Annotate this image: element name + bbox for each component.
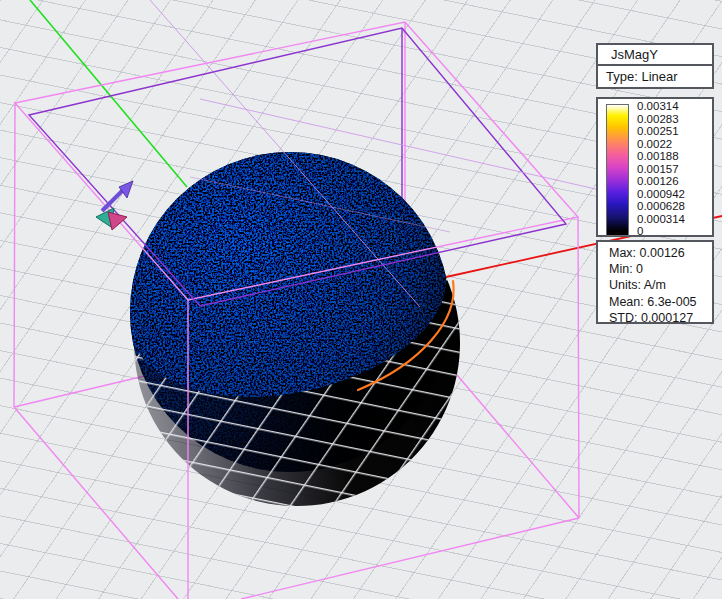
stat-std: STD: 0.000127 xyxy=(609,310,712,326)
legend-title: JsMagY xyxy=(611,47,658,62)
scale-value: 0.00126 xyxy=(637,175,685,188)
scale-value: 0.00251 xyxy=(637,125,685,138)
legend-scale-type: Type: Linear xyxy=(606,69,678,84)
scale-value: 0.00188 xyxy=(637,150,685,163)
scale-value: 0.0022 xyxy=(637,138,685,151)
scale-value: 0.00157 xyxy=(637,163,685,176)
colorbar-gradient xyxy=(606,104,629,236)
stat-mean: Mean: 6.3e-005 xyxy=(609,294,712,310)
arrow-head-icon xyxy=(119,181,133,198)
region-box-bottom-left-edge[interactable] xyxy=(14,407,178,599)
scale-value: 0.00314 xyxy=(637,100,685,113)
stat-units: Units: A/m xyxy=(609,277,712,293)
legend-type-box: Type: Linear xyxy=(596,64,714,89)
legend-title-box: JsMagY xyxy=(596,43,714,66)
color-scale-legend[interactable]: JsMagY Type: Linear 0.00314 0.00283 0.00… xyxy=(596,43,714,324)
y-axis-line xyxy=(30,0,187,187)
legend-scale-box: 0.00314 0.00283 0.00251 0.0022 0.00188 0… xyxy=(596,97,714,237)
region-box-right-edge[interactable] xyxy=(578,217,579,518)
scale-value: 0.00283 xyxy=(637,113,685,126)
3d-viewport[interactable]: JsMagY Type: Linear 0.00314 0.00283 0.00… xyxy=(0,0,722,599)
colorbar-values: 0.00314 0.00283 0.00251 0.0022 0.00188 0… xyxy=(637,100,685,238)
stat-min: Min: 0 xyxy=(609,261,712,277)
legend-stats-box: Max: 0.00126 Min: 0 Units: A/m Mean: 6.3… xyxy=(596,240,714,324)
scale-value: 0.000314 xyxy=(637,213,685,226)
scale-value: 0.000628 xyxy=(637,200,685,213)
region-box-left-edge[interactable] xyxy=(14,103,15,407)
scale-value: 0.000942 xyxy=(637,188,685,201)
scale-value: 0 xyxy=(637,225,685,238)
region-box-bottom-right-edge[interactable] xyxy=(241,518,579,599)
stat-max: Max: 0.00126 xyxy=(609,245,712,261)
excitation-arrow-triad[interactable] xyxy=(96,181,133,230)
